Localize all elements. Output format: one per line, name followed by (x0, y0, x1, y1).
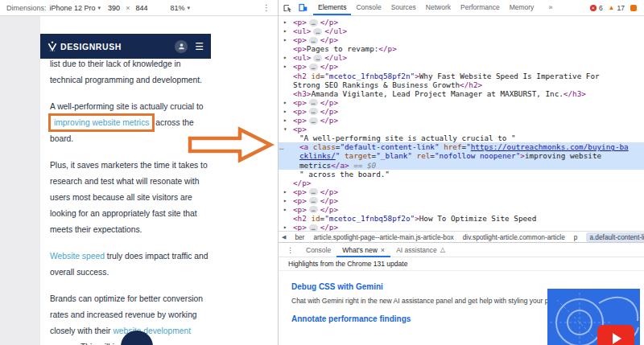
article-paragraph: A well-performing site is actually cruci… (50, 99, 214, 147)
code-line[interactable]: ▸<p>…</p> (279, 35, 644, 44)
tab-performance[interactable]: Performance (456, 0, 505, 15)
breadcrumb-item[interactable]: ber (295, 233, 304, 241)
breadcrumb-item[interactable]: a.default-content-link (586, 232, 644, 242)
code-line[interactable]: ▸<p>…</p> (279, 223, 644, 231)
tab-elements[interactable]: Elements (313, 0, 351, 15)
code-token: </p> (320, 62, 338, 71)
code-line[interactable]: " across the board." (279, 170, 644, 179)
breadcrumb-back-button[interactable]: ◀ (282, 234, 286, 240)
drawer-tab-ai-assistance[interactable]: AI assistance△ (390, 243, 451, 257)
collapse-arrow-icon[interactable]: ▸ (283, 98, 287, 107)
code-line[interactable]: ▸<p>…</p> (279, 205, 644, 214)
warning-count: 17 (617, 4, 625, 12)
collapse-arrow-icon[interactable]: ▸ (283, 187, 287, 196)
expand-arrow-icon[interactable]: ▾ (283, 125, 287, 133)
collapse-arrow-icon[interactable]: ▸ (283, 18, 287, 27)
drawer-tab-console[interactable]: Console (300, 243, 336, 257)
tab-memory[interactable]: Memory (505, 0, 539, 15)
viewport-height-input[interactable]: 844 (135, 4, 147, 12)
collapsed-content-icon[interactable]: … (309, 19, 318, 27)
collapse-arrow-icon[interactable]: ▸ (283, 107, 287, 116)
code-line[interactable]: …<a class="default-content-link" href="h… (279, 142, 644, 151)
gemini-section-body: Chat with Gemini right in the new AI ass… (291, 296, 565, 306)
breadcrumb-item[interactable]: div.spotlight-article.common-article (463, 233, 565, 241)
code-token: <p> (293, 187, 307, 196)
viewport-width-input[interactable]: 390 (108, 4, 120, 12)
code-token: </ul> (324, 27, 347, 35)
article-link[interactable]: improving website metrics (48, 113, 155, 132)
code-line[interactable]: ▸<p>…</p> (279, 62, 644, 71)
collapsed-content-icon[interactable]: … (309, 224, 318, 231)
collapsed-content-icon[interactable]: … (309, 108, 318, 115)
whats-new-video-thumbnail[interactable] (547, 289, 640, 345)
collapse-arrow-icon[interactable]: ▸ (283, 205, 287, 214)
collapsed-content-icon[interactable]: … (309, 188, 318, 195)
code-line[interactable]: ▸<p>…</p> (279, 116, 644, 125)
orange-badge-icon[interactable] (630, 5, 637, 11)
device-toolbar-toggle-button[interactable] (298, 2, 308, 13)
code-token: </p> (378, 44, 396, 53)
code-line[interactable]: <p>Pages to revamp:</p> (279, 44, 644, 53)
collapsed-content-icon[interactable]: … (313, 55, 322, 62)
youtube-play-icon[interactable] (597, 325, 634, 345)
collapsed-content-icon[interactable]: … (309, 117, 318, 125)
collapse-arrow-icon[interactable]: ▸ (283, 196, 287, 205)
code-line[interactable]: <h2 id="mcetoc_1fnbq58pf2n">Why Fast Web… (279, 72, 644, 80)
code-line[interactable]: Strong SEO Rankings & Business Growth</h… (279, 80, 644, 89)
code-line[interactable]: metrics</a> == $0 (279, 161, 644, 170)
breadcrumb-item[interactable]: p (574, 233, 578, 241)
collapse-arrow-icon[interactable]: ▸ (283, 62, 287, 71)
tab-network[interactable]: Network (421, 0, 456, 15)
code-line[interactable]: cklinks/" target="_blank" rel="nofollow … (279, 151, 644, 160)
code-line[interactable]: ▸<p>…</p> (279, 196, 644, 205)
code-token: </p> (293, 179, 311, 187)
tab-console[interactable]: Console (351, 0, 386, 15)
code-line[interactable]: ▸<p>…</p> (279, 107, 644, 116)
collapsed-content-icon[interactable]: … (309, 37, 318, 44)
tab-sources[interactable]: Sources (386, 0, 421, 15)
collapsed-content-icon[interactable]: … (313, 28, 322, 35)
collapsed-content-icon[interactable]: … (309, 64, 318, 71)
collapsed-content-icon[interactable]: … (309, 99, 318, 106)
device-select[interactable]: iPhone 12 Pro ▾ (50, 4, 101, 12)
article-link[interactable]: Website speed (50, 252, 105, 261)
article-text: Plus, it saves marketers the time it tak… (50, 161, 208, 234)
collapse-arrow-icon[interactable]: ▸ (283, 35, 287, 44)
drawer-menu-button[interactable]: ⋮ (282, 246, 299, 254)
collapsed-content-icon[interactable]: … (309, 206, 318, 213)
collapse-arrow-icon[interactable]: ▸ (283, 116, 287, 125)
zoom-select[interactable]: 81% ▾ (170, 4, 190, 12)
code-line[interactable]: ▸<p>…</p> (279, 98, 644, 107)
collapse-arrow-icon[interactable]: ▸ (283, 53, 287, 62)
code-line[interactable]: ▸<p>…</p> (279, 18, 644, 27)
code-line[interactable]: ▾<p> (279, 125, 644, 133)
hamburger-menu-button[interactable]: ☰ (195, 42, 204, 51)
close-icon[interactable]: × (381, 246, 385, 254)
code-line[interactable]: </p> (279, 179, 644, 187)
emulation-menu-button[interactable]: ⋮ (262, 3, 270, 12)
code-line[interactable]: ▸<ul>…</ul> (279, 27, 644, 35)
designrush-logo[interactable]: DESIGNRUSH (47, 41, 122, 51)
collapse-arrow-icon[interactable]: ▸ (283, 223, 287, 231)
more-tabs-button[interactable]: » (543, 0, 557, 15)
breadcrumb: berarticle.spotlight-page--article-main.… (295, 232, 644, 242)
device-toolbar-icon (299, 3, 308, 12)
inspect-element-button[interactable] (283, 2, 293, 13)
code-token: id (307, 214, 320, 223)
code-line[interactable]: ▸<p>…</p> (279, 187, 644, 196)
drawer-tab-what-s-new[interactable]: What's new× (336, 243, 390, 257)
collapsed-content-icon[interactable]: … (309, 197, 318, 204)
code-token: rel (412, 151, 430, 160)
collapse-arrow-icon[interactable]: ▸ (283, 27, 287, 35)
code-line[interactable]: <h2 id="mcetoc_1fnbq58pf2o">How To Optim… (279, 214, 644, 223)
code-line[interactable]: <h3>Amanda Vigilante, Lead Project Manag… (279, 89, 644, 98)
breadcrumb-item[interactable]: article.spotlight-page--article-main.js-… (313, 233, 453, 241)
code-token: "nofollow noopener" (435, 151, 520, 160)
error-icon[interactable]: ✕ (590, 5, 597, 11)
code-token: <p> (293, 62, 307, 71)
devtools-panel: ElementsConsoleSourcesNetworkPerformance… (278, 0, 644, 345)
code-line[interactable]: "A well-performing site is actually cruc… (279, 133, 644, 142)
profile-avatar-button[interactable] (175, 40, 188, 53)
warning-icon[interactable]: ▲ (609, 5, 615, 11)
code-line[interactable]: ▸<ul>…</ul> (279, 53, 644, 62)
